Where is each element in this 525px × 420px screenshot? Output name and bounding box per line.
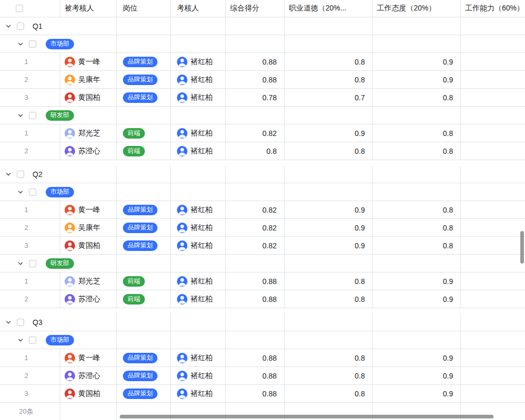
subgroup-header-cell[interactable]: 市场部 (0, 331, 117, 349)
score-cell[interactable]: 0.88 (226, 71, 285, 88)
table-row[interactable]: 2苏澄心前端褚红柏0.880.80.9 (0, 290, 525, 308)
attitude-cell[interactable]: 0.9 (373, 349, 461, 366)
group-checkbox[interactable] (17, 23, 24, 30)
group-checkbox[interactable] (17, 319, 24, 326)
column-header-ethics[interactable]: 职业道德（20%... (285, 0, 373, 17)
chevron-down-icon[interactable] (5, 171, 12, 177)
table-row[interactable]: 3黄国柏品牌策划褚红柏0.780.70.8 (0, 89, 525, 107)
ability-cell[interactable] (461, 71, 525, 88)
assessor-cell[interactable]: 褚红柏 (171, 53, 226, 70)
subgroup-header-cell[interactable]: 研发部 (0, 107, 117, 124)
ethics-cell[interactable]: 0.8 (285, 349, 373, 366)
ethics-cell[interactable]: 0.8 (285, 142, 373, 160)
score-cell[interactable]: 0.88 (226, 385, 285, 402)
position-cell[interactable]: 前端 (117, 272, 171, 290)
attitude-cell[interactable]: 0.9 (373, 367, 461, 384)
table-row[interactable]: 2苏澄心品牌策划褚红柏0.880.80.9 (0, 367, 525, 385)
column-header-position[interactable]: 岗位 (117, 0, 171, 17)
ethics-cell[interactable]: 0.9 (285, 237, 373, 254)
assessor-cell[interactable]: 褚红柏 (171, 89, 226, 106)
ability-cell[interactable] (461, 237, 525, 254)
score-cell[interactable]: 0.88 (226, 272, 285, 290)
person-cell[interactable]: 黄一峰 (60, 53, 117, 70)
ability-cell[interactable] (461, 124, 525, 142)
attitude-cell[interactable]: 0.8 (373, 219, 461, 236)
table-row[interactable]: 2吴康年品牌策划褚红柏0.820.90.8 (0, 219, 525, 237)
column-header-assessor[interactable]: 考核人 (171, 0, 226, 17)
chevron-down-icon[interactable] (17, 189, 24, 195)
position-cell[interactable]: 品牌策划 (117, 349, 171, 366)
ability-cell[interactable] (461, 219, 525, 236)
horizontal-scrollbar-thumb[interactable] (120, 415, 494, 418)
ethics-cell[interactable]: 0.8 (285, 385, 373, 402)
assessor-cell[interactable]: 褚红柏 (171, 385, 226, 402)
attitude-cell[interactable]: 0.8 (373, 142, 461, 160)
table-row[interactable]: 3黄国柏品牌策划褚红柏0.880.80.9 (0, 385, 525, 403)
ethics-cell[interactable]: 0.9 (285, 219, 373, 236)
chevron-down-icon[interactable] (17, 112, 24, 119)
select-all-cell[interactable] (0, 0, 60, 17)
group-header-cell[interactable]: Q2 (0, 165, 117, 183)
attitude-cell[interactable]: 0.8 (373, 237, 461, 254)
person-cell[interactable]: 郑光芝 (60, 124, 117, 142)
person-cell[interactable]: 郑光芝 (60, 272, 117, 290)
chevron-down-icon[interactable] (17, 337, 24, 343)
score-cell[interactable]: 0.88 (226, 349, 285, 366)
assessor-cell[interactable]: 褚红柏 (171, 219, 226, 236)
assessor-cell[interactable]: 褚红柏 (171, 290, 226, 308)
attitude-cell[interactable]: 0.9 (373, 71, 461, 88)
score-cell[interactable]: 0.82 (226, 201, 285, 218)
position-cell[interactable]: 品牌策划 (117, 201, 171, 218)
table-row[interactable]: 1郑光芝前端褚红柏0.820.90.8 (0, 124, 525, 142)
column-header-attitude[interactable]: 工作态度（20%） (373, 0, 461, 17)
person-cell[interactable]: 吴康年 (60, 71, 117, 88)
subgroup-checkbox[interactable] (29, 260, 36, 267)
ethics-cell[interactable]: 0.8 (285, 367, 373, 384)
ethics-cell[interactable]: 0.9 (285, 124, 373, 142)
table-row[interactable]: 1黄一峰品牌策划褚红柏0.880.80.9 (0, 349, 525, 367)
ability-cell[interactable] (461, 53, 525, 70)
score-cell[interactable]: 0.88 (226, 290, 285, 308)
position-cell[interactable]: 品牌策划 (117, 385, 171, 402)
assessor-cell[interactable]: 褚红柏 (171, 142, 226, 160)
score-cell[interactable]: 0.82 (226, 237, 285, 254)
position-cell[interactable]: 前端 (117, 290, 171, 308)
attitude-cell[interactable]: 0.9 (373, 272, 461, 290)
person-cell[interactable]: 黄国柏 (60, 237, 117, 254)
person-cell[interactable]: 吴康年 (60, 219, 117, 236)
position-cell[interactable]: 品牌策划 (117, 53, 171, 70)
position-cell[interactable]: 品牌策划 (117, 71, 171, 88)
ability-cell[interactable] (461, 385, 525, 402)
person-cell[interactable]: 黄一峰 (60, 201, 117, 218)
person-cell[interactable]: 黄国柏 (60, 385, 117, 402)
ability-cell[interactable] (461, 367, 525, 384)
table-row[interactable]: 3黄国柏品牌策划褚红柏0.820.90.8 (0, 237, 525, 255)
assessor-cell[interactable]: 褚红柏 (171, 201, 226, 218)
table-row[interactable]: 2苏澄心前端褚红柏0.80.80.8 (0, 142, 525, 160)
ability-cell[interactable] (461, 89, 525, 106)
score-cell[interactable]: 0.78 (226, 89, 285, 106)
attitude-cell[interactable]: 0.9 (373, 385, 461, 402)
assessor-cell[interactable]: 褚红柏 (171, 349, 226, 366)
column-header-score[interactable]: 综合得分 (226, 0, 285, 17)
attitude-cell[interactable]: 0.9 (373, 53, 461, 70)
subgroup-header-cell[interactable]: 研发部 (0, 255, 117, 272)
attitude-cell[interactable]: 0.8 (373, 201, 461, 218)
table-row[interactable]: 1黄一峰品牌策划褚红柏0.880.80.9 (0, 53, 525, 71)
score-cell[interactable]: 0.82 (226, 124, 285, 142)
assessor-cell[interactable]: 褚红柏 (171, 124, 226, 142)
ability-cell[interactable] (461, 272, 525, 290)
subgroup-checkbox[interactable] (29, 188, 36, 196)
ethics-cell[interactable]: 0.8 (285, 290, 373, 308)
ethics-cell[interactable]: 0.9 (285, 201, 373, 218)
person-cell[interactable]: 苏澄心 (60, 290, 117, 308)
person-cell[interactable]: 苏澄心 (60, 142, 117, 160)
subgroup-checkbox[interactable] (29, 40, 36, 48)
group-checkbox[interactable] (17, 171, 24, 178)
ethics-cell[interactable]: 0.8 (285, 53, 373, 70)
column-header-person[interactable]: 被考核人 (60, 0, 117, 17)
group-header-cell[interactable]: Q1 (0, 17, 117, 35)
attitude-cell[interactable]: 0.8 (373, 89, 461, 106)
subgroup-checkbox[interactable] (29, 112, 36, 119)
chevron-down-icon[interactable] (17, 41, 24, 47)
